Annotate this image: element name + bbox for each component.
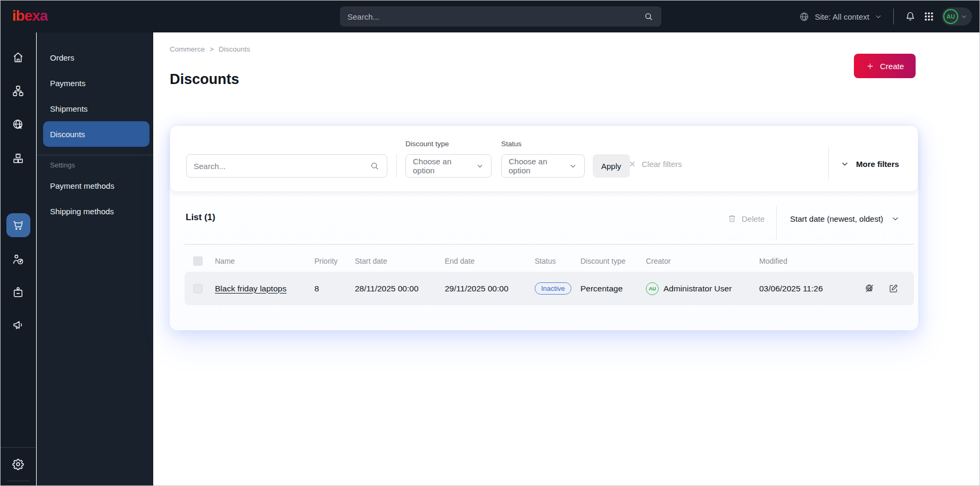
table-row: Black friday laptops 8 28/11/2025 00:00 … xyxy=(185,272,914,305)
site-cursor-icon[interactable] xyxy=(12,118,25,131)
creator-name: Administrator User xyxy=(663,284,732,294)
list-title: List (1) xyxy=(186,212,215,223)
modified-cell: 03/06/2025 11:26 xyxy=(759,284,864,294)
clear-filters-button[interactable]: Clear filters xyxy=(628,160,682,169)
status-badge: Inactive xyxy=(535,282,571,295)
column-header-status[interactable]: Status xyxy=(535,257,580,265)
start-date-cell: 28/11/2025 00:00 xyxy=(355,284,445,294)
global-search-input[interactable] xyxy=(347,12,643,21)
content-structure-icon[interactable] xyxy=(12,85,25,98)
chevron-down-icon xyxy=(874,12,883,21)
megaphone-icon[interactable] xyxy=(12,319,25,332)
row-checkbox[interactable] xyxy=(193,284,203,294)
column-header-start-date[interactable]: Start date xyxy=(355,257,445,265)
rail-divider xyxy=(1,447,36,448)
site-context-label: Site: All context xyxy=(815,12,869,21)
top-bar: ibexa Site: All context xyxy=(1,1,979,32)
corporate-badge-icon[interactable] xyxy=(12,286,25,299)
filter-bar: Discount type Choose an option Status Ch… xyxy=(170,125,918,192)
creator-avatar: AU xyxy=(646,282,659,295)
priority-cell: 8 xyxy=(314,284,355,294)
apply-button[interactable]: Apply xyxy=(593,154,630,178)
breadcrumb-separator: > xyxy=(210,45,214,53)
gear-icon[interactable] xyxy=(11,457,25,471)
search-icon[interactable] xyxy=(369,161,380,171)
commerce-nav-panel: Orders Payments Shipments Discounts Sett… xyxy=(37,32,153,485)
topbar-right-cluster: Site: All context AU xyxy=(799,1,972,32)
page-title: Discounts xyxy=(170,71,239,88)
status-label: Status xyxy=(501,140,521,148)
plus-icon xyxy=(866,62,875,71)
create-button[interactable]: Create xyxy=(854,54,916,78)
column-header-name[interactable]: Name xyxy=(215,257,314,265)
column-header-end-date[interactable]: End date xyxy=(445,257,535,265)
avatar: AU xyxy=(943,9,958,24)
column-header-discount-type[interactable]: Discount type xyxy=(580,257,646,265)
filter-divider xyxy=(396,154,397,178)
delete-button-label: Delete xyxy=(742,214,765,223)
list-toolbar-divider xyxy=(776,206,777,239)
close-icon xyxy=(628,160,637,169)
select-all-checkbox[interactable] xyxy=(193,256,203,266)
discount-type-select[interactable]: Choose an option xyxy=(405,154,492,178)
topbar-divider xyxy=(893,9,894,24)
discount-type-label: Discount type xyxy=(405,140,449,148)
column-header-modified[interactable]: Modified xyxy=(759,257,864,265)
more-filters-label: More filters xyxy=(856,160,899,169)
list-divider xyxy=(185,244,914,245)
more-filters-button[interactable]: More filters xyxy=(840,159,899,169)
sort-selector[interactable]: Start date (newest, oldest) xyxy=(790,214,900,223)
chevron-down-icon xyxy=(569,162,577,170)
delete-button[interactable]: Delete xyxy=(727,214,765,223)
sort-selector-label: Start date (newest, oldest) xyxy=(790,214,883,223)
breadcrumb-commerce[interactable]: Commerce xyxy=(170,45,205,53)
status-value: Choose an option xyxy=(509,157,563,175)
end-date-cell: 29/11/2025 00:00 xyxy=(445,284,535,294)
filter-search[interactable] xyxy=(186,154,387,178)
nav-item-shipments[interactable]: Shipments xyxy=(43,96,150,121)
trash-icon xyxy=(727,214,737,223)
create-button-label: Create xyxy=(880,62,904,71)
nav-item-discounts[interactable]: Discounts xyxy=(43,121,150,147)
customer-target-icon[interactable] xyxy=(12,253,25,266)
chevron-down-icon xyxy=(960,13,968,20)
column-header-priority[interactable]: Priority xyxy=(314,257,355,265)
column-header-creator[interactable]: Creator xyxy=(646,257,759,265)
chevron-down-icon xyxy=(891,214,900,223)
row-actions xyxy=(864,283,914,294)
filter-divider xyxy=(828,147,829,180)
rail-divider xyxy=(7,481,30,481)
user-menu[interactable]: AU xyxy=(942,7,972,26)
global-search[interactable] xyxy=(340,6,661,27)
main-menu-rail xyxy=(1,32,36,485)
discount-name-link[interactable]: Black friday laptops xyxy=(215,284,286,293)
notifications-bell-icon[interactable] xyxy=(904,11,916,22)
app-window: ibexa Site: All context xyxy=(0,0,980,486)
nav-item-orders[interactable]: Orders xyxy=(43,45,150,70)
commerce-cart-icon[interactable] xyxy=(12,219,25,232)
breadcrumb-discounts[interactable]: Discounts xyxy=(219,45,250,53)
clear-filters-label: Clear filters xyxy=(642,160,682,169)
discount-type-cell: Percentage xyxy=(580,284,646,294)
nav-item-payments[interactable]: Payments xyxy=(43,70,150,96)
settings-section-label: Settings xyxy=(50,161,75,169)
discount-type-value: Choose an option xyxy=(413,157,470,175)
globe-icon xyxy=(799,11,810,22)
nav-item-shipping-methods[interactable]: Shipping methods xyxy=(43,198,150,224)
filter-search-input[interactable] xyxy=(194,162,369,171)
main-content: Commerce > Discounts Create Discounts xyxy=(153,32,979,485)
creator-cell: AU Administrator User xyxy=(646,282,759,295)
chevron-down-icon xyxy=(476,162,484,170)
nav-item-payment-methods[interactable]: Payment methods xyxy=(43,173,150,198)
edit-icon[interactable] xyxy=(888,283,899,294)
home-icon[interactable] xyxy=(12,51,25,64)
panel-divider xyxy=(37,155,153,155)
table-header: Name Priority Start date End date Status… xyxy=(185,253,914,269)
product-boxes-icon[interactable] xyxy=(12,152,25,165)
app-grid-icon[interactable] xyxy=(924,11,934,22)
status-select[interactable]: Choose an option xyxy=(501,154,585,178)
search-icon[interactable] xyxy=(643,11,654,22)
ibexa-logo[interactable]: ibexa xyxy=(12,7,48,24)
site-context-selector[interactable]: Site: All context xyxy=(799,11,883,22)
preview-disabled-icon[interactable] xyxy=(864,283,875,294)
